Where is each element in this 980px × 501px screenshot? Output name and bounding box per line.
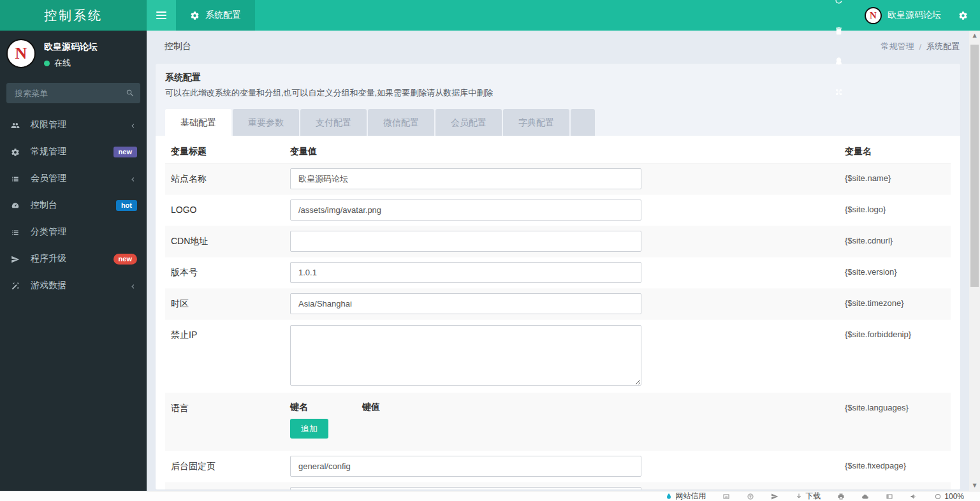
row-value-cell	[284, 195, 839, 226]
config-tab-2[interactable]: 支付配置	[300, 109, 367, 136]
rocket-icon	[11, 255, 20, 264]
sidebar-item-2[interactable]: 会员管理	[0, 165, 147, 192]
row-value-input[interactable]	[290, 200, 641, 221]
printer-tool[interactable]	[837, 493, 845, 500]
speaker-tool[interactable]	[910, 493, 918, 500]
page-scrollbar[interactable]: ▲ ▼	[969, 31, 980, 491]
gear-icon	[190, 10, 200, 21]
cogs-icon	[11, 148, 20, 157]
sidebar-item-1[interactable]: 常规管理new	[0, 138, 147, 165]
sidebar-user-name: 欧皇源码论坛	[44, 41, 98, 53]
flame-icon	[665, 493, 673, 500]
row-title: 站点名称	[165, 164, 284, 185]
config-tab-6[interactable]	[571, 109, 595, 136]
navbar-right: N 欧皇源码论坛	[826, 0, 980, 31]
speaker-icon	[910, 493, 918, 500]
breadcrumb-parent-link[interactable]: 常规管理	[881, 41, 914, 52]
browser-status-bar: 网站信用下载100%	[0, 491, 980, 501]
scroll-down-arrow-icon[interactable]: ▼	[969, 481, 980, 491]
avatar: N	[6, 39, 36, 68]
list-icon	[11, 175, 20, 184]
sidebar-item-label: 程序升级	[31, 253, 113, 265]
navbar-user[interactable]: N 欧皇源码论坛	[852, 7, 950, 24]
sidebar-item-0[interactable]: 权限管理	[0, 112, 147, 138]
table-row: LOGO{$site.logo}	[165, 195, 951, 226]
navbar-tab-system-config[interactable]: 系统配置	[176, 0, 255, 31]
search-input[interactable]	[6, 83, 140, 103]
row-value-input[interactable]	[290, 168, 641, 189]
status-badge: new	[113, 254, 137, 265]
window-tool[interactable]	[886, 493, 893, 500]
cloud-tool[interactable]	[861, 493, 869, 500]
row-value-cell	[284, 483, 839, 490]
sidebar-item-6[interactable]: 游戏数据	[0, 272, 147, 299]
config-tab-5[interactable]: 字典配置	[503, 109, 569, 136]
table-row: 站点名称{$site.name}	[165, 164, 951, 195]
download-tool[interactable]: 下载	[795, 491, 821, 501]
avatar: N	[865, 7, 882, 24]
row-value-input[interactable]	[290, 262, 641, 283]
row-value-input[interactable]	[290, 231, 641, 252]
row-value-cell	[284, 258, 839, 288]
zoom-tool[interactable]: 100%	[934, 492, 964, 501]
row-var-name: {$site.name}	[839, 164, 951, 183]
key-value-header: 键值	[362, 402, 380, 413]
statusbar-label: 网站信用	[675, 491, 706, 501]
config-tabs: 基础配置重要参数支付配置微信配置会员配置字典配置	[156, 109, 960, 136]
table-row: 时区{$site.timezone}	[165, 289, 951, 320]
config-tab-4[interactable]: 会员配置	[435, 109, 502, 136]
refresh-button[interactable]	[826, 0, 852, 15]
table-row: 语言键名键值追加{$site.languages}	[165, 393, 951, 451]
row-value-input[interactable]	[290, 293, 641, 314]
top-navbar: 控制系统 系统配置 N 欧皇源码论坛	[0, 0, 980, 31]
scrollbar-thumb[interactable]	[970, 45, 979, 287]
row-title: 网站状态	[165, 483, 284, 490]
sidebar-item-3[interactable]: 控制台hot	[0, 192, 147, 219]
row-title: CDN地址	[165, 226, 284, 247]
qq-button[interactable]	[826, 46, 852, 76]
navbar-user-name: 欧皇源码论坛	[888, 10, 941, 21]
sidebar-item-5[interactable]: 程序升级new	[0, 245, 147, 272]
table-row: 禁止IP{$site.forbiddenip}	[165, 320, 951, 393]
row-title: 语言	[165, 393, 284, 414]
row-var-name: {$site.ifclose}	[839, 483, 951, 490]
breadcrumb-left: 控制台	[165, 41, 191, 52]
translate-tool[interactable]	[747, 493, 754, 500]
status-badge: new	[113, 147, 137, 157]
sidebar-item-4[interactable]: 分类管理	[0, 219, 147, 245]
expand-icon	[834, 87, 844, 97]
row-value-textarea[interactable]	[290, 325, 641, 386]
table-row: 后台固定页{$site.fixedpage}	[165, 451, 951, 483]
trash-button[interactable]	[826, 15, 852, 46]
expand-button[interactable]	[826, 76, 852, 107]
window-icon	[886, 493, 893, 500]
app-brand[interactable]: 控制系统	[0, 0, 147, 31]
flame-tool[interactable]: 网站信用	[665, 491, 706, 501]
col-header-value: 变量值	[284, 146, 839, 157]
row-value-input[interactable]	[290, 456, 641, 477]
sidebar-toggle-button[interactable]	[147, 0, 176, 31]
append-button[interactable]: 追加	[290, 419, 328, 439]
gears-icon	[958, 10, 968, 20]
row-value-cell	[284, 451, 839, 482]
navbar-settings-button[interactable]	[950, 0, 976, 31]
navbar-tab-label: 系统配置	[205, 10, 241, 21]
users-icon	[11, 121, 20, 130]
download-icon	[795, 493, 803, 500]
scroll-up-arrow-icon[interactable]: ▲	[969, 31, 980, 41]
row-value-input[interactable]	[290, 487, 641, 490]
statusbar-label: 100%	[944, 492, 964, 501]
statusbar-label: 下载	[805, 491, 821, 501]
row-var-name: {$site.logo}	[839, 195, 951, 214]
config-tab-0[interactable]: 基础配置	[165, 109, 231, 136]
list-icon	[11, 228, 20, 237]
breadcrumb-separator: /	[919, 42, 921, 52]
screenshot-tool[interactable]	[722, 493, 730, 500]
sidebar: N 欧皇源码论坛 在线 权限管理常规管理new会员管理控制台hot分类管理程序升…	[0, 31, 147, 501]
plane-tool[interactable]	[771, 493, 779, 500]
config-tab-3[interactable]: 微信配置	[368, 109, 434, 136]
sidebar-item-label: 分类管理	[31, 226, 137, 238]
zoom-icon	[934, 493, 942, 500]
table-row: 版本号{$site.version}	[165, 258, 951, 289]
config-tab-1[interactable]: 重要参数	[233, 109, 299, 136]
